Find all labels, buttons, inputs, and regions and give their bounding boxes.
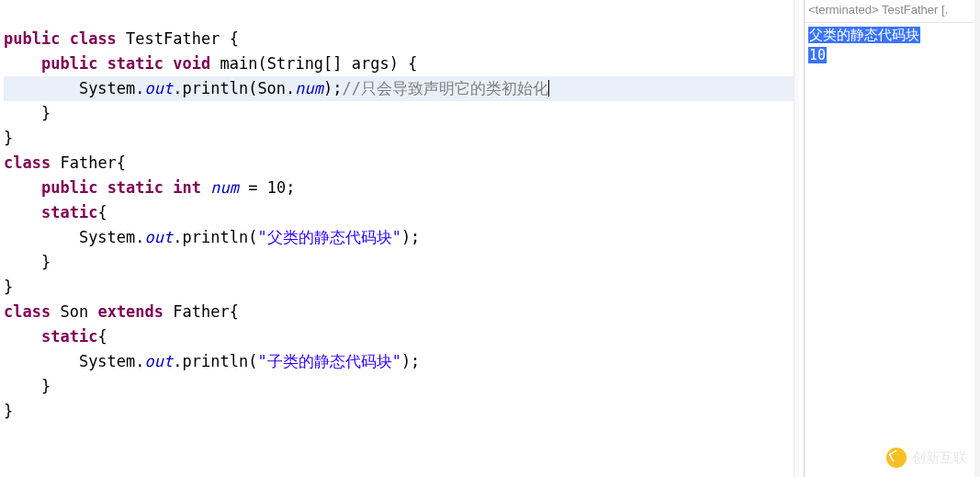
code-line: } (4, 104, 51, 122)
editor-scrollbar[interactable] (794, 0, 799, 477)
console-panel: <terminated> TestFather [. 父类的静态代码块 10 (804, 0, 980, 477)
code-line: } (4, 402, 13, 420)
code-line: } (4, 129, 13, 147)
console-line: 10 (808, 47, 827, 63)
code-line: class Son extends Father{ (4, 302, 239, 321)
code-line: } (4, 377, 51, 395)
watermark: 创新互联 (886, 448, 967, 468)
code-line: class Father{ (4, 153, 126, 172)
code-line: static{ (4, 203, 107, 221)
code-line: System.out.println("子类的静态代码块"); (4, 352, 420, 370)
code-line: public class TestFather { (4, 29, 239, 48)
code-line: } (4, 253, 51, 271)
console-scrollbar[interactable] (974, 0, 980, 477)
comment: //只会导致声明它的类初始化 (343, 79, 548, 97)
code-editor[interactable]: public class TestFather { public static … (0, 0, 799, 477)
watermark-logo-icon (886, 448, 907, 468)
code-line: public static void main(String[] args) { (4, 54, 417, 73)
text-caret (548, 80, 549, 97)
code-line: System.out.println("父类的静态代码块"); (4, 228, 420, 246)
code-line: } (4, 278, 13, 296)
console-header: <terminated> TestFather [. (805, 0, 980, 23)
watermark-text: 创新互联 (912, 449, 967, 467)
console-line: 父类的静态代码块 (808, 27, 920, 43)
console-output[interactable]: 父类的静态代码块 10 (805, 23, 980, 67)
code-line: static{ (4, 327, 107, 346)
code-line: public static int num = 10; (4, 178, 295, 197)
code-line-highlighted: System.out.println(Son.num);//只会导致声明它的类初… (4, 76, 795, 101)
